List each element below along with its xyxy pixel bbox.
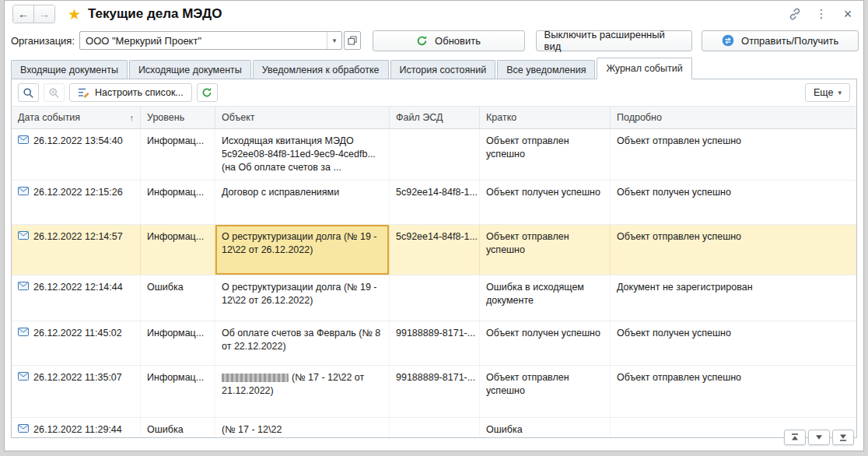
tab-notifications-to-process[interactable]: Уведомления к обработке bbox=[253, 60, 389, 79]
chevron-down-icon: ▾ bbox=[838, 89, 842, 96]
event-date: 26.12.2022 11:45:02 bbox=[33, 327, 122, 340]
cell-kratko[interactable]: Объект получен успешно bbox=[480, 321, 611, 365]
column-header-level[interactable]: Уровень bbox=[141, 107, 215, 128]
refresh-button[interactable]: Обновить bbox=[373, 30, 525, 51]
cell-file[interactable] bbox=[390, 275, 480, 321]
forward-button[interactable]: → bbox=[33, 5, 54, 23]
cell-podrobno[interactable]: Объект отправлен успешно bbox=[611, 225, 856, 275]
send-receive-button[interactable]: Отправить/Получить bbox=[702, 30, 859, 51]
refresh-list-button[interactable] bbox=[197, 83, 218, 102]
refresh-list-icon bbox=[201, 87, 212, 98]
table-row[interactable]: 26.12.2022 12:15:26 Информац... Договор … bbox=[12, 181, 856, 225]
tab-strip: Входящие документы Исходящие документы У… bbox=[5, 54, 863, 79]
cell-file[interactable]: 99188889-8171-... bbox=[390, 366, 480, 417]
cell-file[interactable] bbox=[390, 129, 480, 180]
column-header-kratko[interactable]: Кратко bbox=[480, 107, 611, 128]
cell-level[interactable]: Информац... bbox=[141, 181, 215, 224]
cell-podrobno[interactable]: Объект отправлен успешно bbox=[611, 129, 856, 180]
back-button[interactable]: ← bbox=[13, 5, 33, 23]
more-menu-button[interactable]: ⋮ bbox=[814, 6, 829, 22]
forward-arrow-icon: → bbox=[39, 8, 50, 20]
tab-label: Уведомления к обработке bbox=[262, 65, 380, 75]
cell-date[interactable]: 26.12.2022 12:14:44 bbox=[12, 275, 141, 321]
kebab-icon: ⋮ bbox=[816, 7, 828, 21]
table-row[interactable]: 26.12.2022 11:45:02 Информац... Об оплат… bbox=[12, 321, 856, 366]
refresh-icon bbox=[416, 35, 428, 47]
column-label: Уровень bbox=[147, 112, 184, 123]
cell-date[interactable]: 26.12.2022 12:15:26 bbox=[12, 181, 141, 224]
table-row-selected[interactable]: 26.12.2022 12:14:57 Информац... О рестру… bbox=[12, 225, 856, 275]
table-row[interactable]: 26.12.2022 13:54:40 Информац... Исходяща… bbox=[12, 129, 856, 181]
table-row[interactable]: 26.12.2022 11:35:07 Информац... (№ 17 - … bbox=[12, 366, 856, 418]
more-actions-button[interactable]: Еще ▾ bbox=[805, 83, 850, 102]
close-button[interactable]: × bbox=[840, 6, 856, 22]
tab-state-history[interactable]: История состояний bbox=[390, 60, 496, 79]
cell-object-current[interactable]: О реструктуризации долга (№ 19 - 12\22 о… bbox=[215, 225, 390, 275]
cell-kratko[interactable]: Ошибка в исходящем документе bbox=[480, 275, 611, 321]
tab-all-notifications[interactable]: Все уведомления bbox=[497, 60, 595, 79]
scroll-to-top-button[interactable] bbox=[784, 430, 806, 445]
cell-kratko[interactable]: Объект получен успешно bbox=[480, 181, 611, 224]
cell-date[interactable]: 26.12.2022 13:54:40 bbox=[12, 129, 141, 180]
cell-date[interactable]: 26.12.2022 11:45:02 bbox=[12, 321, 141, 365]
cell-file[interactable]: 99188889-8171-... bbox=[390, 321, 480, 365]
scroll-to-bottom-button[interactable] bbox=[832, 430, 854, 445]
cell-file[interactable]: 5c92ee14-84f8-1... bbox=[390, 225, 480, 275]
event-date: 26.12.2022 11:35:07 bbox=[33, 371, 122, 384]
column-label: Файл ЭСД bbox=[396, 112, 443, 123]
cell-kratko[interactable]: Объект отправлен успешно bbox=[480, 129, 611, 180]
cell-level[interactable]: Ошибка bbox=[141, 418, 215, 437]
cell-kratko[interactable]: Объект отправлен успешно bbox=[480, 225, 611, 275]
column-header-object[interactable]: Объект bbox=[215, 107, 390, 128]
toggle-extended-view-button[interactable]: Выключить расширенный вид bbox=[536, 30, 693, 51]
cell-object[interactable]: Договор с исправлениями bbox=[215, 181, 390, 224]
list-toolbar: Настроить список... Еще ▾ bbox=[12, 79, 856, 106]
cell-level[interactable]: Ошибка bbox=[141, 275, 215, 321]
chevron-down-icon: ▾ bbox=[333, 37, 337, 44]
scroll-down-button[interactable] bbox=[808, 430, 830, 445]
column-label: Дата события bbox=[18, 112, 80, 123]
cell-date[interactable]: 26.12.2022 12:14:57 bbox=[12, 225, 141, 275]
cell-level[interactable]: Информац... bbox=[141, 225, 215, 275]
scroll-down-icon bbox=[814, 433, 824, 442]
tab-outgoing-documents[interactable]: Исходящие документы bbox=[129, 60, 251, 79]
organization-select[interactable]: ООО "Меркурий Проект" ▾ bbox=[79, 31, 342, 50]
tab-event-log[interactable]: Журнал событий bbox=[597, 58, 691, 79]
scroll-bottom-icon bbox=[838, 433, 848, 442]
cell-object[interactable]: Исходящая квитанция МЭДО 5c92ee08-84f8-1… bbox=[215, 129, 390, 180]
cell-level[interactable]: Информац... bbox=[141, 321, 215, 365]
cell-podrobno[interactable]: Документ не зарегистрирован bbox=[611, 275, 856, 321]
table-row[interactable]: 26.12.2022 11:29:44 Ошибка (№ 17 - 12\22… bbox=[12, 418, 856, 437]
tab-incoming-documents[interactable]: Входящие документы bbox=[11, 60, 128, 79]
cell-kratko[interactable]: Объект отправлен успешно bbox=[480, 366, 611, 417]
cell-object[interactable]: О реструктуризации долга (№ 19 - 12\22 о… bbox=[215, 275, 390, 321]
cell-file[interactable]: 5c92ee14-84f8-1... bbox=[390, 181, 480, 224]
cell-kratko[interactable]: Ошибка bbox=[480, 418, 611, 437]
event-date: 26.12.2022 11:29:44 bbox=[33, 423, 122, 437]
cell-date[interactable]: 26.12.2022 11:29:44 bbox=[12, 418, 141, 437]
get-link-button[interactable] bbox=[787, 6, 803, 22]
favorite-star-icon[interactable]: ★ bbox=[68, 7, 81, 22]
cell-level[interactable]: Информац... bbox=[141, 366, 215, 417]
organization-value[interactable]: ООО "Меркурий Проект" bbox=[80, 32, 327, 49]
cell-object[interactable]: (№ 17 - 12\22 bbox=[215, 418, 390, 437]
cell-date[interactable]: 26.12.2022 11:35:07 bbox=[12, 366, 141, 417]
cell-podrobno[interactable]: Объект отправлен успешно bbox=[611, 366, 856, 417]
cell-podrobno[interactable]: Объект получен успешно bbox=[611, 321, 856, 365]
cell-podrobno[interactable]: Объект получен успешно bbox=[611, 181, 856, 224]
tab-label: Все уведомления bbox=[506, 65, 586, 75]
cell-level[interactable]: Информац... bbox=[141, 129, 215, 180]
main-toolbar: Организация: ООО "Меркурий Проект" ▾ Обн… bbox=[5, 27, 863, 54]
search-button[interactable] bbox=[18, 83, 39, 102]
cell-object[interactable]: Об оплате счетов за Февраль (№ 8 от 22.1… bbox=[215, 321, 390, 365]
cell-object[interactable]: (№ 17 - 12\22 от 21.12.2022) bbox=[215, 366, 390, 417]
organization-dropdown-button[interactable]: ▾ bbox=[327, 32, 341, 49]
organization-choose-button[interactable] bbox=[344, 31, 361, 50]
table-row[interactable]: 26.12.2022 12:14:44 Ошибка О реструктури… bbox=[12, 275, 856, 321]
cell-file[interactable] bbox=[390, 418, 480, 437]
column-header-date[interactable]: Дата события ↑ bbox=[12, 107, 141, 128]
list-scroll-buttons bbox=[784, 430, 854, 445]
column-header-file[interactable]: Файл ЭСД bbox=[390, 107, 480, 128]
column-header-podrobno[interactable]: Подробно bbox=[611, 107, 856, 128]
configure-list-button[interactable]: Настроить список... bbox=[69, 83, 192, 102]
